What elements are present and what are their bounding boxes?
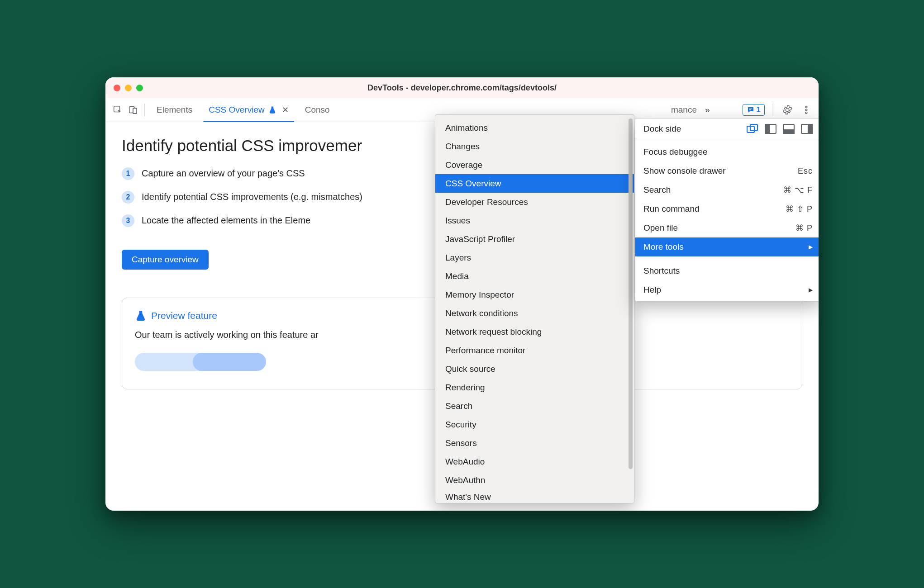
beaker-icon (135, 310, 147, 322)
menu-item[interactable]: Search⌘ ⌥ F (635, 180, 819, 199)
svg-rect-2 (133, 108, 137, 114)
card-text: Our team is actively working on this fea… (135, 330, 319, 340)
panel-tabs: Elements CSS Overview ✕ Conso (148, 98, 338, 122)
svg-point-8 (805, 112, 807, 114)
submenu-item[interactable]: Network conditions (435, 304, 634, 322)
menu-separator (635, 140, 819, 140)
menu-item[interactable]: Run command⌘ ⇧ P (635, 199, 819, 218)
svg-rect-12 (765, 124, 769, 133)
submenu-item[interactable]: Coverage (435, 156, 634, 174)
dock-side-options (747, 124, 813, 134)
step-item: 2Identify potential CSS improvements (e.… (122, 190, 448, 204)
step-text: Capture an overview of your page's CSS (142, 166, 305, 180)
submenu-item[interactable]: Quick source (435, 360, 634, 378)
step-number: 2 (122, 191, 134, 204)
submenu-item[interactable]: Sensors (435, 434, 634, 452)
submenu-scrollbar[interactable] (629, 119, 633, 499)
submenu-item-cutoff[interactable]: What's New (435, 489, 634, 502)
titlebar: DevTools - developer.chrome.com/tags/dev… (105, 77, 819, 98)
chat-icon (747, 106, 755, 114)
submenu-item[interactable]: CSS Overview (435, 174, 634, 193)
submenu-item[interactable]: Memory Inspector (435, 285, 634, 304)
dock-left-icon[interactable] (765, 124, 776, 134)
close-tab-icon[interactable]: ✕ (280, 105, 289, 115)
submenu-item[interactable]: Performance monitor (435, 341, 634, 360)
tabs-overflow-icon[interactable]: » (700, 105, 714, 115)
card-title: Preview feature (151, 310, 217, 321)
device-toolbar-icon[interactable] (125, 102, 141, 118)
menu-item[interactable]: Focus debuggee (635, 142, 819, 161)
submenu-item[interactable]: WebAudio (435, 452, 634, 471)
submenu-item[interactable]: Layers (435, 248, 634, 267)
submenu-item[interactable]: Media (435, 267, 634, 285)
submenu-item[interactable]: JavaScript Profiler (435, 230, 634, 248)
more-tools-submenu[interactable]: AnimationsChangesCoverageCSS OverviewDev… (435, 114, 634, 503)
menu-separator (635, 259, 819, 259)
intro-steps: 1Capture an overview of your page's CSS … (122, 166, 448, 227)
step-text: Locate the affected elements in the Elem… (142, 213, 310, 227)
tab-performance-cut[interactable]: mance (671, 105, 697, 115)
dock-undock-icon[interactable] (747, 124, 758, 134)
tab-elements[interactable]: Elements (148, 98, 200, 122)
step-text: Identify potential CSS improvements (e.g… (142, 190, 362, 204)
submenu-item[interactable]: WebAuthn (435, 471, 634, 489)
rating-pill-placeholder (135, 353, 266, 371)
settings-icon[interactable] (780, 102, 795, 118)
tab-css-overview[interactable]: CSS Overview ✕ (200, 98, 297, 122)
step-item: 3Locate the affected elements in the Ele… (122, 213, 448, 227)
toolbar-divider (144, 104, 145, 116)
submenu-item[interactable]: Animations (435, 119, 634, 137)
submenu-item[interactable]: Search (435, 397, 634, 415)
beaker-icon (268, 106, 276, 114)
menu-shortcuts[interactable]: Shortcuts (635, 261, 819, 280)
menu-more-tools[interactable]: More tools (635, 237, 819, 256)
issues-count: 1 (757, 105, 761, 114)
svg-rect-14 (783, 130, 794, 133)
step-number: 1 (122, 167, 134, 180)
step-number: 3 (122, 214, 134, 227)
step-item: 1Capture an overview of your page's CSS (122, 166, 448, 180)
submenu-item[interactable]: Developer Resources (435, 193, 634, 211)
devtools-window: DevTools - developer.chrome.com/tags/dev… (105, 77, 819, 511)
tab-label: Elements (157, 105, 192, 115)
capture-overview-button[interactable]: Capture overview (122, 250, 209, 270)
kebab-menu-icon[interactable] (799, 102, 814, 118)
svg-rect-16 (808, 124, 812, 133)
inspect-element-icon[interactable] (110, 102, 125, 118)
tab-label: Conso (305, 105, 330, 115)
dock-side-row: Dock side (635, 120, 819, 138)
svg-rect-5 (749, 109, 751, 110)
main-menu[interactable]: Dock side Focus debuggeeShow console dra… (635, 118, 819, 302)
menu-item[interactable]: Show console drawerEsc (635, 161, 819, 180)
svg-point-6 (805, 106, 807, 108)
tab-label: CSS Overview (209, 105, 265, 115)
dock-bottom-icon[interactable] (783, 124, 795, 134)
submenu-item[interactable]: Security (435, 415, 634, 434)
dock-right-icon[interactable] (801, 124, 813, 134)
submenu-item[interactable]: Issues (435, 211, 634, 230)
svg-point-7 (805, 109, 807, 111)
issues-badge[interactable]: 1 (743, 104, 765, 116)
submenu-item[interactable]: Rendering (435, 378, 634, 397)
submenu-item[interactable]: Changes (435, 137, 634, 156)
menu-help[interactable]: Help (635, 280, 819, 299)
toolbar-right: mance » 1 (671, 102, 814, 118)
svg-rect-4 (749, 109, 752, 109)
tab-console[interactable]: Conso (297, 98, 338, 122)
dock-side-label: Dock side (643, 124, 681, 134)
toolbar-divider (772, 104, 772, 116)
menu-item[interactable]: Open file⌘ P (635, 218, 819, 237)
submenu-item[interactable]: Network request blocking (435, 322, 634, 341)
window-title: DevTools - developer.chrome.com/tags/dev… (105, 83, 819, 93)
